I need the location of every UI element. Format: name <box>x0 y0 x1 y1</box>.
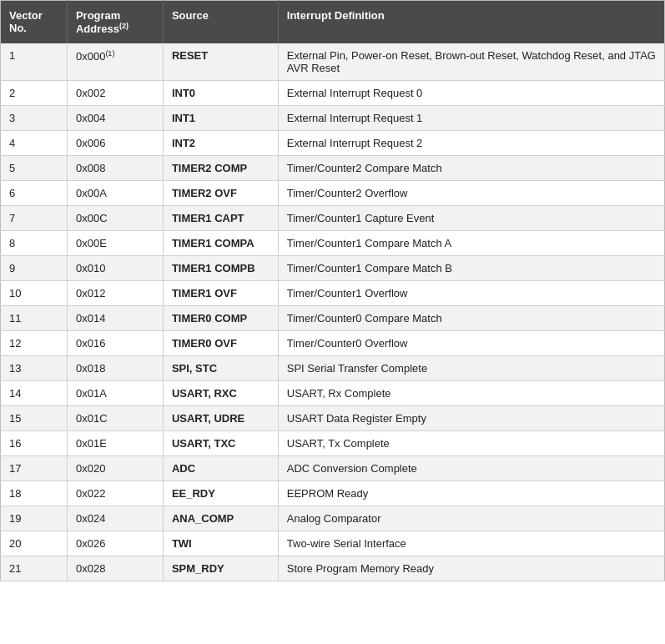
cell-address: 0x00E <box>67 231 163 256</box>
table-row: 100x012TIMER1 OVFTimer/Counter1 Overflow <box>1 281 665 306</box>
cell-source: TIMER0 OVF <box>163 331 278 356</box>
cell-address: 0x012 <box>67 281 163 306</box>
cell-vector: 10 <box>1 281 68 306</box>
table-header-row: Vector No. Program Address(2) Source Int… <box>1 1 665 44</box>
cell-address: 0x000(1) <box>67 43 163 81</box>
cell-definition: Store Program Memory Ready <box>278 556 664 581</box>
cell-source: TIMER1 CAPT <box>163 206 278 231</box>
cell-address: 0x006 <box>67 131 163 156</box>
cell-definition: Two-wire Serial Interface <box>278 531 664 556</box>
interrupt-vector-table: Vector No. Program Address(2) Source Int… <box>0 0 665 581</box>
cell-address: 0x018 <box>67 356 163 381</box>
cell-address: 0x00C <box>67 206 163 231</box>
cell-vector: 1 <box>1 43 68 81</box>
cell-address: 0x00A <box>67 181 163 206</box>
table-row: 50x008TIMER2 COMPTimer/Counter2 Compare … <box>1 156 665 181</box>
cell-vector: 9 <box>1 256 68 281</box>
table-row: 150x01CUSART, UDREUSART Data Register Em… <box>1 406 665 431</box>
cell-address: 0x028 <box>67 556 163 581</box>
table-row: 110x014TIMER0 COMPTimer/Counter0 Compare… <box>1 306 665 331</box>
cell-definition: Timer/Counter1 Compare Match A <box>278 231 664 256</box>
cell-address: 0x010 <box>67 256 163 281</box>
cell-address: 0x024 <box>67 506 163 531</box>
cell-vector: 18 <box>1 481 68 506</box>
cell-vector: 17 <box>1 456 68 481</box>
cell-definition: External Interrupt Request 2 <box>278 131 664 156</box>
cell-definition: Analog Comparator <box>278 506 664 531</box>
cell-vector: 11 <box>1 306 68 331</box>
cell-vector: 3 <box>1 106 68 131</box>
cell-definition: Timer/Counter1 Compare Match B <box>278 256 664 281</box>
cell-address: 0x016 <box>67 331 163 356</box>
cell-address: 0x014 <box>67 306 163 331</box>
table-row: 180x022EE_RDYEEPROM Ready <box>1 481 665 506</box>
cell-address: 0x002 <box>67 81 163 106</box>
table-body: 10x000(1)RESETExternal Pin, Power-on Res… <box>1 43 665 581</box>
cell-source: TIMER1 COMPB <box>163 256 278 281</box>
table-row: 70x00CTIMER1 CAPTTimer/Counter1 Capture … <box>1 206 665 231</box>
table-row: 190x024ANA_COMPAnalog Comparator <box>1 506 665 531</box>
cell-source: TWI <box>163 531 278 556</box>
cell-vector: 19 <box>1 506 68 531</box>
header-definition: Interrupt Definition <box>278 1 664 44</box>
table-row: 170x020ADCADC Conversion Complete <box>1 456 665 481</box>
cell-source: EE_RDY <box>163 481 278 506</box>
cell-definition: USART, Tx Complete <box>278 431 664 456</box>
cell-definition: External Pin, Power-on Reset, Brown-out … <box>278 43 664 81</box>
cell-definition: Timer/Counter1 Overflow <box>278 281 664 306</box>
cell-vector: 4 <box>1 131 68 156</box>
table-row: 160x01EUSART, TXCUSART, Tx Complete <box>1 431 665 456</box>
cell-definition: SPI Serial Transfer Complete <box>278 356 664 381</box>
cell-vector: 6 <box>1 181 68 206</box>
cell-definition: USART, Rx Complete <box>278 381 664 406</box>
cell-definition: Timer/Counter0 Overflow <box>278 331 664 356</box>
cell-source: SPM_RDY <box>163 556 278 581</box>
cell-definition: Timer/Counter2 Compare Match <box>278 156 664 181</box>
table-row: 40x006INT2External Interrupt Request 2 <box>1 131 665 156</box>
table-row: 210x028SPM_RDYStore Program Memory Ready <box>1 556 665 581</box>
table-row: 10x000(1)RESETExternal Pin, Power-on Res… <box>1 43 665 81</box>
table-row: 120x016TIMER0 OVFTimer/Counter0 Overflow <box>1 331 665 356</box>
cell-source: INT2 <box>163 131 278 156</box>
cell-vector: 8 <box>1 231 68 256</box>
cell-vector: 16 <box>1 431 68 456</box>
cell-vector: 13 <box>1 356 68 381</box>
header-source: Source <box>163 1 278 44</box>
cell-source: USART, RXC <box>163 381 278 406</box>
cell-address: 0x026 <box>67 531 163 556</box>
cell-definition: ADC Conversion Complete <box>278 456 664 481</box>
table-row: 90x010TIMER1 COMPBTimer/Counter1 Compare… <box>1 256 665 281</box>
table-row: 130x018SPI, STCSPI Serial Transfer Compl… <box>1 356 665 381</box>
cell-definition: External Interrupt Request 0 <box>278 81 664 106</box>
cell-source: USART, UDRE <box>163 406 278 431</box>
cell-address: 0x008 <box>67 156 163 181</box>
cell-source: INT1 <box>163 106 278 131</box>
cell-address: 0x022 <box>67 481 163 506</box>
cell-source: ADC <box>163 456 278 481</box>
table-row: 200x026TWITwo-wire Serial Interface <box>1 531 665 556</box>
table-row: 140x01AUSART, RXCUSART, Rx Complete <box>1 381 665 406</box>
cell-source: INT0 <box>163 81 278 106</box>
cell-address: 0x01E <box>67 431 163 456</box>
cell-source: TIMER2 OVF <box>163 181 278 206</box>
cell-source: TIMER2 COMP <box>163 156 278 181</box>
cell-address: 0x020 <box>67 456 163 481</box>
table-row: 60x00ATIMER2 OVFTimer/Counter2 Overflow <box>1 181 665 206</box>
cell-source: TIMER1 OVF <box>163 281 278 306</box>
cell-definition: USART Data Register Empty <box>278 406 664 431</box>
table-row: 30x004INT1External Interrupt Request 1 <box>1 106 665 131</box>
cell-vector: 5 <box>1 156 68 181</box>
cell-vector: 14 <box>1 381 68 406</box>
cell-vector: 21 <box>1 556 68 581</box>
cell-vector: 20 <box>1 531 68 556</box>
cell-vector: 7 <box>1 206 68 231</box>
cell-definition: Timer/Counter0 Compare Match <box>278 306 664 331</box>
cell-vector: 15 <box>1 406 68 431</box>
cell-source: TIMER0 COMP <box>163 306 278 331</box>
cell-source: TIMER1 COMPA <box>163 231 278 256</box>
table-row: 80x00ETIMER1 COMPATimer/Counter1 Compare… <box>1 231 665 256</box>
cell-address: 0x004 <box>67 106 163 131</box>
cell-address: 0x01A <box>67 381 163 406</box>
header-vector: Vector No. <box>1 1 68 44</box>
cell-source: ANA_COMP <box>163 506 278 531</box>
